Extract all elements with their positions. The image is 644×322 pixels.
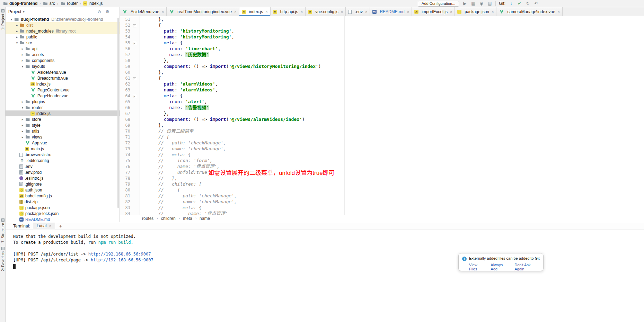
chevron-right-icon[interactable]: ▸: [20, 118, 25, 121]
tree-item-pageheader-vue[interactable]: PageHeader.vue: [6, 93, 120, 99]
code-line[interactable]: component: () => import('@/views/alarmVi…: [142, 116, 644, 122]
tree-item-asidemenu-vue[interactable]: AsideMenu.vue: [6, 69, 120, 75]
terminal-output[interactable]: Note that the development build is not o…: [6, 230, 644, 269]
code-line[interactable]: // name: 'checkManage',: [142, 199, 644, 205]
code-line[interactable]: // name: 'checkManage',: [142, 146, 644, 152]
code-line[interactable]: },: [142, 16, 644, 22]
chevron-right-icon[interactable]: ▸: [20, 135, 25, 139]
code-line[interactable]: // {: [142, 134, 644, 140]
profiler-icon[interactable]: ◉: [479, 1, 484, 6]
code-line[interactable]: // meta: {: [142, 205, 644, 211]
tree-item-pagecontent-vue[interactable]: PageContent.vue: [6, 87, 120, 93]
code-line[interactable]: },: [142, 57, 644, 63]
tree-item-api[interactable]: ▸api: [6, 46, 120, 52]
chevron-right-icon[interactable]: ▸: [20, 53, 25, 56]
code-area[interactable]: }, { path: 'historyMonitoring', name: 'h…: [140, 16, 644, 215]
code-line[interactable]: // name: '盘点管理': [142, 211, 644, 215]
chevron-right-icon[interactable]: ▸: [15, 35, 19, 39]
chevron-down-icon[interactable]: ▾: [20, 106, 25, 109]
close-tab-icon[interactable]: ×: [558, 10, 560, 14]
tab-package-json[interactable]: {}package.json×: [455, 7, 496, 16]
tree-item-duoji-frontend[interactable]: ▾duoji-frontendD:\zheheWeb\duoji-fronten…: [6, 16, 120, 22]
chevron-right-icon[interactable]: ▸: [15, 24, 19, 27]
close-tab-icon[interactable]: ×: [407, 10, 409, 14]
terminal-link[interactable]: http://192.168.66.56:9007: [91, 258, 153, 262]
code-line[interactable]: path: 'historyMonitoring',: [142, 28, 644, 34]
tree-item-store[interactable]: ▸store: [6, 116, 120, 122]
code-line[interactable]: // meta: {: [142, 152, 644, 158]
tree-item-public[interactable]: ▸public: [6, 34, 120, 40]
tab-http-api-js[interactable]: JShttp-api.js×: [271, 7, 306, 16]
tree-item-plugins[interactable]: ▸plugins: [6, 99, 120, 105]
terminal-link[interactable]: http://192.168.66.56:9007: [88, 252, 151, 257]
tree-item-main-js[interactable]: JSmain.js: [6, 146, 120, 152]
new-terminal-tab-icon[interactable]: +: [58, 223, 63, 229]
code-line[interactable]: name: '告警视频': [142, 105, 644, 110]
tab-readme-md[interactable]: MDREADME.md×: [370, 7, 412, 16]
code-line[interactable]: meta: {: [142, 93, 644, 99]
project-panel-header[interactable]: Project ▾ ⊙ ⚙ ─: [6, 7, 120, 16]
code-line[interactable]: name: 'alarmVideos',: [142, 87, 644, 93]
tab-env[interactable]: .env×: [346, 7, 370, 16]
git-update-icon[interactable]: ↓: [509, 1, 514, 6]
tab-index-js[interactable]: JSindex.js×: [239, 7, 271, 16]
fold-marker-icon[interactable]: −: [130, 76, 139, 81]
hide-panel-icon[interactable]: ─: [114, 9, 117, 14]
code-line[interactable]: component: () => import('@/views/history…: [142, 63, 644, 69]
tree-item-node-modules[interactable]: ▸node_moduleslibrary root: [6, 28, 120, 34]
layout-icon[interactable]: ▤: [487, 1, 492, 6]
chevron-down-icon[interactable]: ▾: [23, 10, 25, 14]
tree-scrollbar[interactable]: [117, 18, 119, 208]
close-tab-icon[interactable]: ×: [450, 10, 452, 14]
locate-icon[interactable]: ⊙: [98, 9, 101, 14]
chevron-right-icon[interactable]: ▸: [20, 124, 25, 127]
close-tab-icon[interactable]: ×: [365, 10, 367, 14]
code-line[interactable]: },: [142, 122, 644, 128]
tree-item-env[interactable]: .env: [6, 163, 120, 169]
chevron-down-icon[interactable]: ▾: [9, 18, 14, 21]
tree-item-babel-config-js[interactable]: JSbabel.config.js: [6, 193, 120, 199]
tree-item-readme-md[interactable]: MDREADME.md: [6, 216, 120, 222]
tab-importexcel-js[interactable]: JSimportExcel.js×: [412, 7, 455, 16]
nav-crumb-index-js[interactable]: JSindex.js: [82, 1, 104, 6]
tool-button-favorites[interactable]: 2: Favorites: [0, 247, 6, 271]
tree-item-eslintrc-js[interactable]: .eslintrc.js: [6, 175, 120, 181]
code-line[interactable]: icon: 'alert',: [142, 99, 644, 105]
tree-item-style[interactable]: ▸style: [6, 122, 120, 128]
tree-item-index-js[interactable]: JSindex.js: [6, 81, 120, 87]
tool-button-project[interactable]: 1: Project: [0, 9, 6, 30]
settings-gear-icon[interactable]: ⚙: [106, 9, 109, 14]
code-line[interactable]: },: [142, 110, 644, 116]
chevron-down-icon[interactable]: ▾: [20, 65, 25, 68]
add-configuration-button[interactable]: Add Configuration...: [418, 1, 459, 7]
editor-crumb-routes[interactable]: routes: [142, 216, 153, 221]
close-tab-icon[interactable]: ×: [49, 224, 51, 228]
notification-action-don-t-ask-again[interactable]: Don't Ask Again: [514, 263, 540, 271]
code-line[interactable]: // icon: 'form',: [142, 158, 644, 163]
code-line[interactable]: meta: {: [142, 40, 644, 46]
tool-button-structure[interactable]: 7: Structure: [0, 218, 6, 243]
tab-vue-config-js[interactable]: JSvue.config.js×: [306, 7, 346, 16]
tree-item-package-lock-json[interactable]: {}package-lock.json: [6, 211, 120, 216]
code-line[interactable]: {: [142, 75, 644, 81]
rollback-icon[interactable]: ↶: [533, 1, 539, 6]
tree-item-src[interactable]: ▾src: [6, 40, 120, 46]
terminal-tab-local[interactable]: Local×: [33, 223, 55, 229]
build-icon[interactable]: ▦: [470, 1, 476, 6]
code-line[interactable]: // {: [142, 187, 644, 193]
fold-marker-icon[interactable]: −: [130, 93, 139, 98]
tab-cameramanage-index-vue[interactable]: cameraManage\index.vue×: [496, 7, 563, 16]
code-line[interactable]: // path: 'checkManage',: [142, 193, 644, 199]
chevron-right-icon[interactable]: ▸: [20, 59, 25, 62]
editor-crumb-children[interactable]: children: [161, 216, 176, 221]
notification-action-always-add[interactable]: Always Add: [491, 263, 509, 271]
notification-action-view-files[interactable]: View Files: [469, 263, 485, 271]
fold-marker-icon[interactable]: −: [130, 23, 139, 28]
run-icon[interactable]: ▶: [462, 1, 467, 6]
code-line[interactable]: },: [142, 69, 644, 75]
tab-asidemenu-vue[interactable]: AsideMenu.vue×: [120, 7, 167, 16]
code-line[interactable]: name: 'historyMonitoring',: [142, 34, 644, 40]
code-line[interactable]: name: '历史数据': [142, 52, 644, 57]
tree-item-dist[interactable]: ▸dist: [6, 22, 120, 28]
close-tab-icon[interactable]: ×: [301, 10, 303, 14]
